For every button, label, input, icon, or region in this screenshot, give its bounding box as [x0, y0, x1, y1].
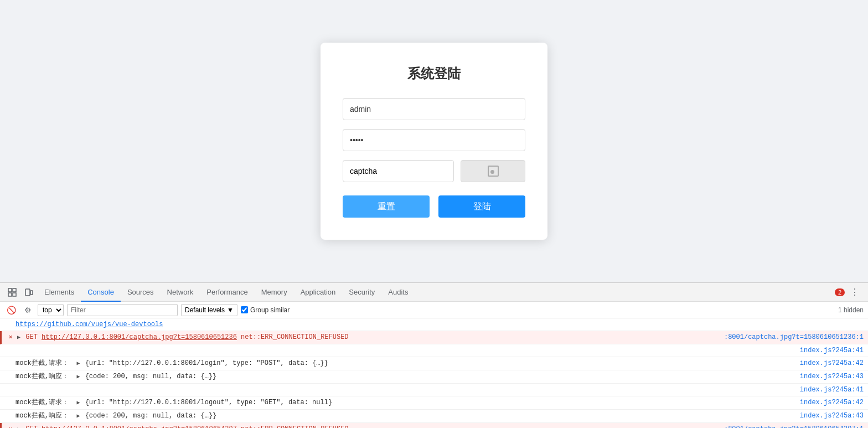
login-button[interactable]: 登陆	[438, 195, 525, 218]
row-source-mock-res-2[interactable]: index.js?245a:43	[791, 411, 864, 421]
login-title: 系统登陆	[343, 65, 525, 82]
error-url-1[interactable]: http://127.0.0.1:8001/captcha.jpg?t=1580…	[42, 333, 237, 341]
console-row: https://github.com/vuejs/vue-devtools	[0, 318, 868, 331]
console-row-error-2: ✕ ▶ GET http://127.0.0.1:8001/captcha.jp…	[0, 423, 868, 428]
github-link[interactable]: https://github.com/vuejs/vue-devtools	[16, 321, 163, 328]
console-row-error-1: ✕ ▶ GET http://127.0.0.1:8001/captcha.jp…	[0, 331, 868, 344]
console-row-mock-res-2: mock拦截,响应： ▶ {code: 200, msg: null, data…	[0, 410, 868, 423]
svg-rect-4	[25, 289, 30, 296]
group-similar-checkbox[interactable]	[241, 306, 248, 313]
row-content-error-2: ▶ GET http://127.0.0.1:8001/captcha.jpg?…	[17, 424, 715, 428]
devtools-more-button[interactable]: ⋮	[847, 285, 862, 300]
tab-security[interactable]: Security	[342, 283, 381, 302]
console-row-blank-2: index.js?245a:41	[0, 384, 868, 396]
tab-audits[interactable]: Audits	[381, 283, 415, 302]
console-output[interactable]: https://github.com/vuejs/vue-devtools ✕ …	[0, 318, 868, 428]
expand-arrow: ▶	[76, 413, 80, 419]
row-source[interactable]: index.js?245a:41	[791, 385, 864, 395]
svg-rect-0	[8, 288, 12, 292]
console-settings-button[interactable]: ⚙	[21, 303, 34, 317]
hidden-count: 1 hidden	[838, 306, 864, 314]
devtools-panel: Elements Console Sources Network Perform…	[0, 282, 868, 428]
group-similar-label[interactable]: Group similar	[241, 306, 290, 314]
row-source-error-2[interactable]: :8001/captcha.jpg?t=1580610654397:1	[715, 424, 864, 428]
devtools-right-icons: 2 ⋮	[835, 285, 864, 300]
row-source-mock-req-2[interactable]: index.js?245a:42	[791, 398, 864, 408]
error-icon-2: ✕	[6, 424, 15, 428]
tab-application[interactable]: Application	[294, 283, 343, 302]
expand-arrow: ▶	[17, 334, 20, 341]
devtools-tab-bar: Elements Console Sources Network Perform…	[0, 283, 868, 302]
captcha-row	[343, 160, 525, 182]
console-toolbar: 🚫 ⚙ top Default levels ▼ Group similar 1…	[0, 302, 868, 318]
default-levels-label: Default levels	[185, 306, 225, 314]
svg-rect-1	[13, 288, 16, 292]
default-levels-button[interactable]: Default levels ▼	[181, 304, 237, 316]
tab-elements[interactable]: Elements	[38, 283, 81, 302]
device-toolbar-icon[interactable]	[21, 285, 37, 300]
captcha-image[interactable]	[461, 160, 525, 182]
tab-sources[interactable]: Sources	[121, 283, 161, 302]
console-row-mock-res-1: mock拦截,响应： ▶ {code: 200, msg: null, data…	[0, 370, 868, 384]
button-row: 重置 登陆	[343, 195, 525, 218]
error-icon: ✕	[6, 332, 15, 342]
expand-arrow: ▶	[76, 374, 80, 380]
main-area: 系统登陆 重置 登陆	[0, 0, 868, 282]
row-content-mock-res-2: mock拦截,响应： ▶ {code: 200, msg: null, data…	[16, 411, 791, 421]
row-content-error-1: ▶ GET http://127.0.0.1:8001/captcha.jpg?…	[17, 332, 715, 343]
chevron-down-icon: ▼	[227, 306, 234, 314]
console-row-mock-req-2: mock拦截,请求： ▶ {url: "http://127.0.0.1:800…	[0, 396, 868, 410]
console-row-mock-req-1: mock拦截,请求： ▶ {url: "http://127.0.0.1:800…	[0, 357, 868, 370]
group-similar-text: Group similar	[250, 306, 290, 314]
row-content: https://github.com/vuejs/vue-devtools	[16, 319, 855, 329]
svg-rect-2	[8, 293, 12, 296]
tab-performance[interactable]: Performance	[200, 283, 254, 302]
tab-memory[interactable]: Memory	[255, 283, 294, 302]
username-input[interactable]	[343, 98, 525, 120]
console-row-blank-1: index.js?245a:41	[0, 344, 868, 357]
captcha-input[interactable]	[343, 160, 454, 182]
password-input[interactable]	[343, 129, 525, 151]
row-source-mock-req-1[interactable]: index.js?245a:42	[791, 358, 864, 368]
tab-network[interactable]: Network	[161, 283, 200, 302]
row-content-mock-req-1: mock拦截,请求： ▶ {url: "http://127.0.0.1:800…	[16, 358, 791, 369]
username-group	[343, 98, 525, 120]
filter-input[interactable]	[67, 304, 178, 316]
svg-rect-5	[30, 291, 33, 295]
tab-console[interactable]: Console	[81, 283, 121, 302]
login-card: 系统登陆 重置 登陆	[321, 43, 547, 240]
row-source-error-1[interactable]: :8001/captcha.jpg?t=1580610651236:1	[715, 332, 864, 342]
reset-button[interactable]: 重置	[343, 195, 430, 218]
expand-arrow: ▶	[76, 400, 80, 406]
clear-console-button[interactable]: 🚫	[4, 303, 18, 317]
error-count-badge: 2	[835, 288, 845, 296]
row-source[interactable]: index.js?245a:41	[791, 346, 864, 355]
error-url-2[interactable]: http://127.0.0.1:8001/captcha.jpg?t=1580…	[42, 425, 237, 428]
row-content-mock-req-2: mock拦截,请求： ▶ {url: "http://127.0.0.1:800…	[16, 398, 791, 408]
expand-arrow: ▶	[76, 360, 80, 367]
captcha-placeholder-icon	[488, 166, 499, 177]
row-content-mock-res-1: mock拦截,响应： ▶ {code: 200, msg: null, data…	[16, 372, 791, 382]
row-source-mock-res-1[interactable]: index.js?245a:43	[791, 372, 864, 381]
inspect-icon[interactable]	[4, 285, 20, 300]
svg-rect-3	[13, 293, 16, 296]
context-select[interactable]: top	[38, 304, 64, 316]
password-group	[343, 129, 525, 151]
